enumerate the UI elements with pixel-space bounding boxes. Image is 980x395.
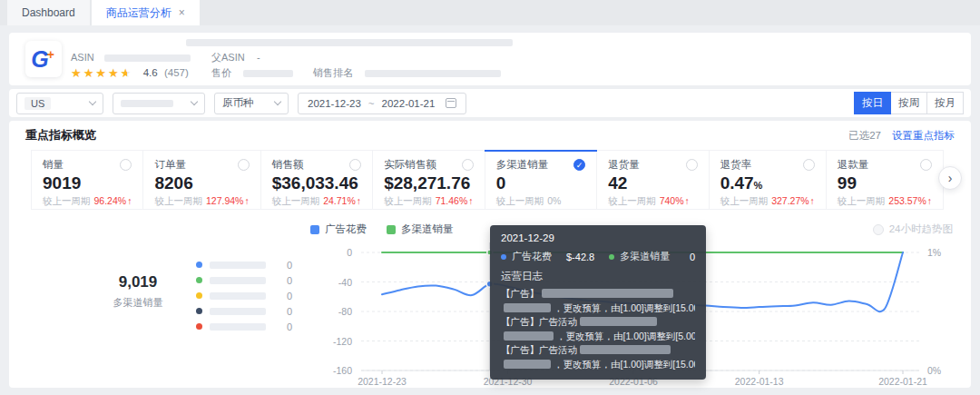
svg-text:0%: 0% <box>927 365 941 376</box>
rating-count: (457) <box>164 67 189 78</box>
logo-plus: + <box>47 47 54 62</box>
log-text-redacted <box>504 360 551 369</box>
legend-label-redacted <box>210 277 266 284</box>
radio-checked-icon[interactable]: ✓ <box>573 159 585 171</box>
date-separator: ~ <box>368 98 375 109</box>
metric-card[interactable]: 多渠道销量✓0较上一周期0% <box>485 151 597 209</box>
svg-text:-160: -160 <box>333 365 352 376</box>
metric-card[interactable]: 订单量8206较上一周期127.94%↑ <box>143 151 260 209</box>
metric-change: 较上一周期127.94%↑ <box>154 195 249 208</box>
up-arrow-icon: ↑ <box>685 195 690 206</box>
metric-card[interactable]: 退款量99较上一周期253.57%↑ <box>827 151 944 209</box>
metric-value: 9019 <box>43 173 132 193</box>
mini-legend-row: 0 <box>196 257 292 272</box>
sales-rank-value-redacted <box>365 70 501 77</box>
metric-value: 0 <box>496 173 585 193</box>
metric-label: 销售额 <box>272 158 304 172</box>
chevron-down-icon <box>89 98 96 105</box>
granularity-month-button[interactable]: 按月 <box>926 92 964 114</box>
date-end: 2022-01-21 <box>382 98 436 109</box>
currency-select[interactable]: 原币种 <box>214 93 289 114</box>
chevron-down-icon <box>274 98 281 105</box>
price-label: 售价 <box>211 67 231 78</box>
up-arrow-icon: ↑ <box>468 195 473 206</box>
tab-dashboard[interactable]: Dashboard <box>7 0 90 25</box>
section-title: 重点指标概览 <box>25 127 96 143</box>
chart-region: 广告花费 多渠道销量 24小时趋势图 9,019 多渠道销量 00000 0-4… <box>9 210 971 388</box>
legend-dot-icon <box>196 323 202 330</box>
date-start: 2021-12-23 <box>308 98 361 109</box>
up-arrow-icon: ↑ <box>357 195 361 206</box>
brand-logo: G+ <box>25 41 62 77</box>
legend-dot-icon <box>196 308 202 314</box>
metric-value: $28,271.76 <box>384 173 473 193</box>
sales-rank-row: 销售排名 <box>313 66 501 80</box>
radio-icon[interactable] <box>120 159 132 171</box>
currency-label: 原币种 <box>222 96 254 110</box>
radio-icon[interactable] <box>803 159 815 171</box>
rating-row: ★★★★★★★★★★ 4.6 (457) <box>71 66 189 80</box>
legend-dot-icon <box>196 277 202 283</box>
metric-value: 42 <box>608 173 697 193</box>
metric-card[interactable]: 实际销售额$28,271.76较上一周期71.46%↑ <box>373 151 485 209</box>
log-text: 【广告】广告活动 <box>501 316 577 327</box>
mini-legend-row: 0 <box>196 303 292 319</box>
metric-card[interactable]: 退货量42较上一周期740%↑ <box>597 151 709 209</box>
granularity-group: 按日 按周 按月 <box>855 92 964 114</box>
svg-text:2022-01-13: 2022-01-13 <box>735 376 784 387</box>
log-text-redacted <box>580 317 657 326</box>
log-line: ，更改预算，由[1.00]调整到[5.00] <box>501 330 695 344</box>
granularity-day-button[interactable]: 按日 <box>854 92 891 114</box>
metric-change: 较上一周期71.46%↑ <box>384 195 473 208</box>
metric-value: 8206 <box>154 173 249 193</box>
metric-change: 较上一周期24.71%↑ <box>272 195 361 208</box>
metric-cards-row: 销量9019较上一周期96.24%↑订单量8206较上一周期127.94%↑销售… <box>31 150 944 210</box>
store-select[interactable] <box>113 93 205 114</box>
metric-card[interactable]: 销售额$36,033.46较上一周期24.71%↑ <box>261 151 373 209</box>
date-range-picker[interactable]: 2021-12-23 ~ 2022-01-21 <box>298 93 466 114</box>
radio-icon[interactable] <box>686 159 698 171</box>
asin-row: ASIN <box>71 51 191 64</box>
log-text: 【广告】 <box>501 288 539 299</box>
log-text-redacted <box>504 303 551 312</box>
metric-card[interactable]: 退货率0.47%较上一周期327.27%↑ <box>710 151 827 209</box>
series-dot-icon <box>609 254 614 260</box>
chart-tooltip: 2021-12-29 广告花费 $-42.8 多渠道销量 0 运营日志 【广告】… <box>490 225 706 380</box>
legend-dot-icon <box>196 292 202 299</box>
radio-icon[interactable] <box>238 159 250 171</box>
radio-icon[interactable] <box>349 159 361 171</box>
metrics-section-head: 重点指标概览 已选27 设置重点指标 <box>9 121 971 150</box>
log-line: 【广告】 <box>501 287 695 301</box>
radio-icon[interactable] <box>920 159 932 171</box>
log-text-redacted <box>580 345 671 354</box>
granularity-week-button[interactable]: 按周 <box>890 92 927 114</box>
asin-label: ASIN <box>71 52 94 63</box>
calendar-icon <box>446 98 456 108</box>
selected-count: 已选27 <box>848 129 881 143</box>
svg-text:2021-12-23: 2021-12-23 <box>358 376 407 387</box>
set-key-metrics-link[interactable]: 设置重点指标 <box>892 129 955 143</box>
price-value-redacted <box>243 70 293 77</box>
tooltip-date: 2021-12-29 <box>501 232 695 243</box>
metric-card[interactable]: 销量9019较上一周期96.24%↑ <box>31 151 143 209</box>
mini-legend-row: 0 <box>196 272 292 288</box>
log-text: 【广告】广告活动 <box>501 344 577 355</box>
country-select[interactable]: US <box>16 93 103 114</box>
tab-product-analysis[interactable]: 商品运营分析× <box>92 0 200 25</box>
radio-icon[interactable] <box>462 159 474 171</box>
log-line: ，更改预算，由[1.00]调整到[15.00] <box>501 301 695 316</box>
svg-text:2022-01-21: 2022-01-21 <box>878 376 927 387</box>
close-icon[interactable]: × <box>179 6 185 19</box>
chevron-down-icon <box>191 98 198 105</box>
tab-bar: Dashboard 商品运营分析× <box>0 0 980 25</box>
legend-label-redacted <box>210 308 266 315</box>
up-arrow-icon: ↑ <box>244 195 249 206</box>
metric-value: $36,033.46 <box>272 173 361 193</box>
chevron-right-icon[interactable]: › <box>938 166 962 190</box>
log-line: 【广告】广告活动 <box>501 343 695 358</box>
legend-dot-icon <box>196 262 202 268</box>
up-arrow-icon: ↑ <box>127 195 132 206</box>
svg-text:-80: -80 <box>338 306 352 317</box>
svg-text:1%: 1% <box>927 247 941 258</box>
series-dot-icon <box>501 254 506 260</box>
